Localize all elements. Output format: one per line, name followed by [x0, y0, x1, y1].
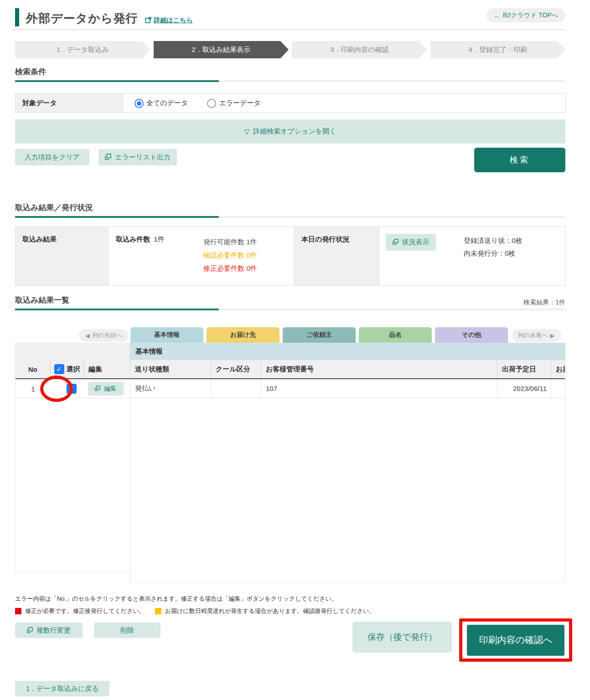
import-count: 取込み件数1件 [116, 235, 165, 244]
step-1-data-import: 1．データ取込み [15, 41, 150, 58]
registered-labels-count: 登録済送り状：0枚 [464, 234, 523, 247]
tab-item-name[interactable]: 品名 [359, 327, 432, 343]
clear-inputs-button[interactable]: 入力項目をクリア [15, 149, 89, 165]
back-arrow-icon: ← [494, 12, 500, 19]
page-title: 外部データから発行 [26, 10, 138, 26]
col-header-no: No [16, 360, 51, 378]
issuable-count: 発行可能件数 1件 [203, 235, 257, 248]
error-list-export-button[interactable]: エラーリスト出力 [98, 149, 177, 165]
back-to-import-button[interactable]: 1．データ取込みに戻る [15, 681, 109, 696]
scroll-columns-panel[interactable]: 基本情報 送り状種類 クール区分 お客様管理番号 出荷予定日 お届 発払い 10… [130, 343, 565, 582]
advanced-search-toggle[interactable]: ▽ 詳細検索オプションを開く [15, 119, 565, 144]
select-all-checkbox[interactable]: ✓ [54, 364, 64, 374]
title-accent-bar [15, 8, 19, 26]
row-invoice-type: 発払い [130, 379, 211, 398]
today-status-label: 本日の発行状況 [295, 227, 379, 285]
search-button[interactable]: 検索 [474, 148, 565, 172]
details-link[interactable]: 詳細はこちら [145, 16, 192, 25]
row-no-cell[interactable]: 1 [16, 379, 51, 398]
step-3-print-confirm: 3．印刷内容の確認 [292, 41, 427, 58]
details-link-label: 詳細はこちら [154, 16, 192, 25]
column-head-button[interactable]: ◀ 列の先頭へ [79, 329, 129, 342]
radio-error-data[interactable]: エラーデータ [207, 99, 260, 108]
row-checkbox[interactable]: ✓ [67, 384, 77, 394]
tab-basic-info[interactable]: 基本情報 [130, 327, 203, 343]
delete-button[interactable]: 削除 [94, 623, 160, 638]
window-icon [393, 238, 399, 246]
yellow-legend-text: お届けに数日程度遅れが発生する場合があります。確認後発行してください。 [165, 607, 375, 615]
import-status-table: 取込み結果 取込み件数1件 発行可能件数 1件 確認必要件数 0件 修正必要件数… [15, 226, 565, 286]
red-box-annotation: 印刷内容の確認へ [459, 618, 572, 662]
radio-off-icon [207, 99, 216, 108]
search-result-count: 検索結果：1件 [523, 299, 565, 307]
chevron-left-icon: ◀ [85, 332, 90, 339]
col-header-customer-no: お客様管理番号 [261, 360, 497, 378]
multi-row-change-button[interactable]: 複数行変更 [15, 623, 83, 638]
status-display-button[interactable]: 状況表示 [386, 234, 436, 251]
window-icon [95, 385, 100, 392]
col-header-edit: 編集 [84, 360, 130, 378]
col-header-select: ✓ 選択 [51, 360, 84, 378]
tab-recipient[interactable]: お届け先 [207, 327, 279, 343]
red-legend-text: 修正が必要です。修正後発行してください。 [25, 607, 145, 615]
target-data-row: 対象データ 全てのデータ エラーデータ [15, 93, 565, 113]
import-status-underline [15, 216, 565, 218]
fix-needed-count: 修正必要件数 0件 [203, 262, 257, 275]
import-status-heading: 取込み結果／発行状況 [15, 202, 93, 213]
row-customer-no: 107 [261, 379, 497, 398]
column-tail-button[interactable]: 列の末尾へ ▶ [512, 329, 561, 342]
step-2-import-results: 2．取込み結果表示 [154, 41, 289, 58]
header-divider [13, 29, 565, 30]
step-wizard: 1．データ取込み 2．取込み結果表示 3．印刷内容の確認 4．登録完了・印刷 [15, 41, 565, 58]
group-header-basic-info: 基本情報 [130, 343, 565, 360]
b2cloud-top-button[interactable]: ← B2クラウド TOPへ [486, 8, 565, 22]
radio-on-icon [135, 99, 144, 108]
b2cloud-top-label: B2クラウド TOPへ [503, 11, 558, 20]
red-legend-square [15, 608, 21, 614]
result-list-underline [15, 309, 565, 310]
col-header-invoice-type: 送り状種類 [130, 360, 211, 378]
save-for-later-button[interactable]: 保存（後で発行） [352, 622, 452, 653]
window-icon [105, 154, 111, 161]
import-result-label: 取込み結果 [16, 227, 109, 285]
confirm-print-button[interactable]: 印刷内容の確認へ [467, 625, 564, 656]
frozen-columns-panel: No ✓ 選択 編集 1 ✓ 編集 [15, 343, 130, 572]
external-link-icon [145, 17, 151, 25]
window-icon [27, 627, 33, 634]
result-list-heading: 取込み結果一覧 [15, 295, 69, 305]
row-ship-date: 2023/06/11 [497, 379, 551, 398]
confirm-needed-count: 確認必要件数 0件 [203, 248, 257, 262]
page: 外部データから発行 詳細はこちら ← B2クラウド TOPへ 1．データ取込み … [0, 0, 590, 700]
error-help-note: エラー内容は「No.」のセルをクリックすると表示されます。修正する場合は「編集」… [15, 595, 337, 603]
col-header-cool-class: クール区分 [211, 360, 261, 378]
row-cool-class [211, 379, 261, 398]
chevron-right-icon: ▶ [550, 332, 555, 339]
table-row: 発払い 107 2023/06/11 [130, 379, 565, 398]
unissued-count: 内未発行分：0枚 [464, 247, 523, 260]
tab-sender[interactable]: ご依頼主 [283, 327, 356, 343]
chevron-down-icon: ▽ [244, 128, 249, 136]
radio-all-data[interactable]: 全てのデータ [135, 99, 188, 108]
row-edit-button[interactable]: 編集 [88, 382, 124, 396]
step-4-complete-print: 4．登録完了・印刷 [430, 41, 566, 58]
yellow-legend-square [155, 608, 161, 614]
search-conditions-heading: 検索条件 [15, 67, 46, 77]
col-header-ship-date: 出荷予定日 [497, 360, 551, 378]
legend: 修正が必要です。修正後発行してください。 お届けに数日程度遅れが発生する場合があ… [15, 607, 375, 615]
table-row-frozen: 1 ✓ 編集 [16, 379, 130, 398]
tab-other[interactable]: その他 [435, 327, 508, 343]
search-heading-underline [15, 80, 565, 82]
target-data-label: 対象データ [16, 94, 123, 113]
col-header-clipped: お届 [551, 360, 565, 378]
